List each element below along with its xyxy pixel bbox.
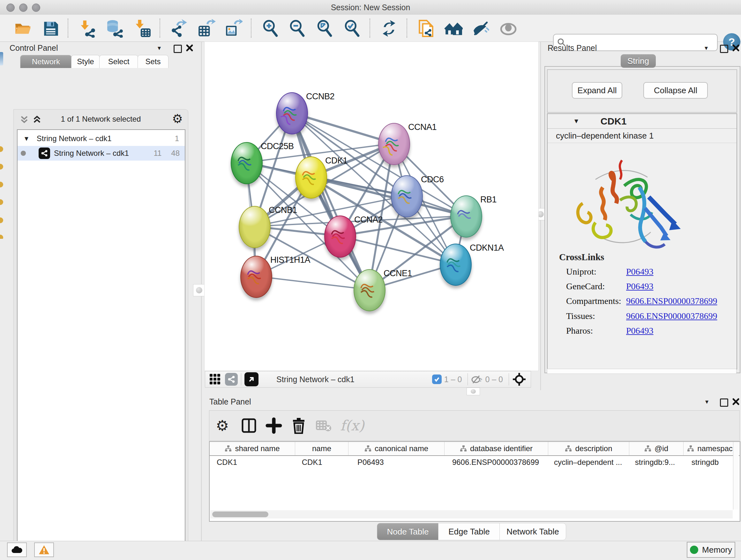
network-node-CCNA2[interactable]: [324, 215, 356, 258]
fit-selected-crosshair-icon[interactable]: [512, 372, 526, 386]
network-node-CDC25B[interactable]: [231, 142, 263, 184]
column-header[interactable]: database identifier: [445, 442, 548, 455]
toolbar-separator: [369, 18, 370, 38]
network-view-canvas[interactable]: CCNB2CCNA1CDC25BCDK1CDC6RB1CCNB1CCNA2CDK…: [204, 42, 539, 371]
warning-icon: [38, 545, 50, 555]
tab-network[interactable]: Network: [20, 55, 72, 68]
crosslink-genecard-link[interactable]: P06493: [626, 281, 654, 292]
tab-network-table[interactable]: Network Table: [499, 523, 566, 540]
import-table-file-icon[interactable]: [133, 19, 151, 38]
crosslink-uniprot-link[interactable]: P06493: [626, 266, 654, 277]
left-splitter-handle[interactable]: [193, 284, 205, 296]
column-header[interactable]: namespac: [684, 442, 736, 455]
column-header[interactable]: shared name: [210, 442, 295, 455]
show-columns-icon[interactable]: [241, 417, 257, 434]
entry-collapse-triangle-icon[interactable]: ▼: [573, 118, 580, 125]
network-node-CCNE1[interactable]: [354, 269, 386, 311]
scrollbar-thumb[interactable]: [212, 511, 268, 517]
create-column-icon[interactable]: [266, 417, 282, 434]
zoom-in-icon[interactable]: [261, 19, 280, 38]
crosslink-label: Pharos:: [566, 326, 593, 336]
refresh-view-icon[interactable]: [380, 19, 398, 38]
tab-node-table[interactable]: Node Table: [377, 523, 439, 540]
warnings-button[interactable]: [34, 543, 54, 557]
tab-style[interactable]: Style: [71, 55, 100, 68]
protein-entry-header[interactable]: ▼ CDK1: [548, 114, 737, 129]
control-panel-title: Control Panel: [10, 44, 58, 53]
open-file-icon[interactable]: [13, 19, 32, 38]
control-panel-close-icon[interactable]: [186, 44, 193, 52]
crosslink-tissues-link[interactable]: 9606.ENSP00000378699: [626, 311, 717, 321]
export-table-icon[interactable]: [197, 19, 216, 38]
zoom-fit-icon[interactable]: [315, 19, 334, 38]
network-node-CCNB2[interactable]: [276, 92, 308, 134]
table-row[interactable]: CDK1 CDK1 P06493 9606.ENSP00000378699 cy…: [210, 456, 740, 469]
column-header[interactable]: description: [548, 442, 629, 455]
show-hidden-icon[interactable]: [499, 19, 518, 38]
selected-items-checkbox[interactable]: [432, 374, 442, 384]
zoom-selected-icon[interactable]: [343, 19, 361, 38]
export-network-icon[interactable]: [170, 19, 188, 38]
memory-status-dot: [690, 546, 698, 554]
results-panel-close-icon[interactable]: [732, 44, 740, 52]
column-header[interactable]: name: [295, 442, 348, 455]
column-header[interactable]: canonical name: [348, 442, 445, 455]
import-network-file-icon[interactable]: [78, 19, 96, 38]
save-session-icon[interactable]: [42, 19, 60, 38]
network-node-CDC6[interactable]: [391, 175, 423, 217]
table-panel-close-icon[interactable]: [732, 398, 740, 406]
network-row[interactable]: String Network – cdk1 11 48: [17, 146, 185, 161]
crosslink-label: GeneCard:: [566, 281, 605, 292]
duplicate-network-icon[interactable]: [417, 19, 435, 38]
table-horizontal-scrollbar[interactable]: [210, 510, 733, 518]
network-node-CCNA1[interactable]: [378, 123, 410, 165]
tab-select[interactable]: Select: [99, 55, 138, 68]
network-overview-icon[interactable]: [225, 373, 238, 386]
network-node-CCNB1[interactable]: [239, 206, 271, 248]
memory-button[interactable]: Memory: [687, 542, 735, 558]
tab-edge-table[interactable]: Edge Table: [438, 523, 500, 540]
network-node-RB1[interactable]: [450, 195, 482, 238]
table-options-gear-icon[interactable]: ⚙: [216, 417, 232, 434]
toolbar-separator: [251, 18, 252, 38]
tab-string[interactable]: String: [621, 54, 656, 68]
network-node-CDK1[interactable]: [295, 157, 327, 199]
control-panel-menu-icon[interactable]: ▾: [158, 44, 161, 52]
table-vertical-scrollbar[interactable]: [733, 442, 739, 509]
table-panel-menu-icon[interactable]: ▾: [705, 398, 709, 406]
crosslink-compartments-link[interactable]: 9606.ENSP00000378699: [626, 296, 717, 306]
view-network-title: String Network – cdk1: [276, 375, 354, 384]
current-network-dot-icon: [21, 151, 26, 156]
protein-description: cyclin–dependent kinase 1: [548, 129, 737, 143]
collapse-triangle-icon[interactable]: ▼: [23, 135, 30, 142]
results-panel-float-icon[interactable]: [720, 44, 728, 53]
network-node-HIST1H1A[interactable]: [240, 256, 272, 298]
toolbar-separator: [159, 18, 160, 38]
results-horizontal-scrollbar[interactable]: [547, 369, 737, 374]
network-panel-body: 1 of 1 Network selected ⚙ ▼ String Netwo…: [13, 109, 188, 560]
delete-column-trash-icon[interactable]: [290, 417, 307, 434]
hide-selected-icon[interactable]: [472, 19, 490, 38]
birds-eye-view-icon[interactable]: [245, 372, 259, 386]
import-network-database-icon[interactable]: [105, 19, 124, 38]
cloud-status-button[interactable]: [7, 543, 27, 557]
network-options-gear-icon[interactable]: ⚙: [172, 113, 183, 125]
expand-all-button[interactable]: Expand All: [572, 82, 622, 99]
crosslink-pharos-link[interactable]: P06493: [626, 326, 654, 336]
export-image-icon[interactable]: [224, 19, 243, 38]
protein-structure-image: [565, 149, 686, 264]
network-node-CDKN1A[interactable]: [440, 244, 472, 286]
crosslinks-title: CrossLinks: [559, 252, 604, 262]
network-node-label: CDC6: [421, 175, 444, 185]
grid-view-icon[interactable]: [209, 373, 221, 385]
results-panel-menu-icon[interactable]: ▾: [704, 44, 708, 52]
show-all-networks-icon[interactable]: [444, 19, 463, 38]
control-panel-float-icon[interactable]: [174, 44, 182, 53]
collapse-all-button[interactable]: Collapse All: [643, 82, 708, 99]
zoom-out-icon[interactable]: [288, 19, 307, 38]
table-panel-float-icon[interactable]: [720, 397, 728, 407]
column-header[interactable]: @id: [629, 442, 684, 455]
crosslink-label: Uniprot:: [566, 266, 596, 277]
tab-sets[interactable]: Sets: [138, 55, 169, 68]
network-collection-row[interactable]: ▼ String Network – cdk1 1: [17, 131, 185, 146]
